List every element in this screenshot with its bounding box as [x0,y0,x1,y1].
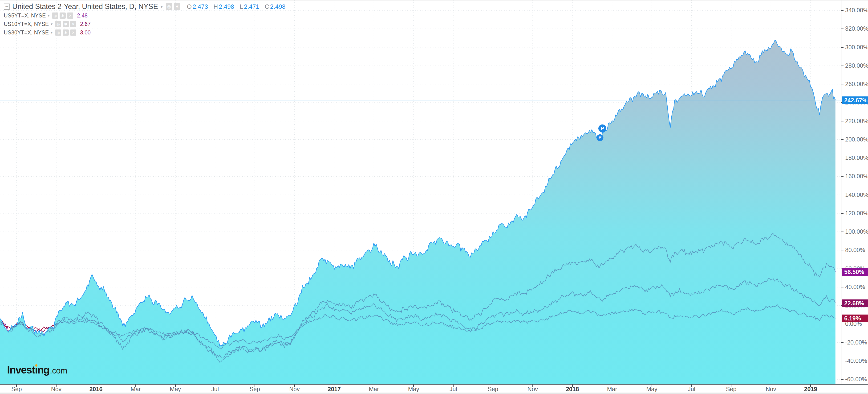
legend-main-row: − United States 2-Year, United States, D… [4,2,285,11]
price-chart-pane[interactable]: PP [0,0,841,384]
price-axis-label: -20.00% [845,339,867,346]
price-axis-tick [841,342,843,343]
price-axis-label: 320.00% [845,25,868,32]
overlay-last-value: 2.48 [77,12,88,19]
chevron-down-icon[interactable]: ▼ [50,31,53,34]
hide-series-button[interactable]: ◎ [166,3,173,10]
gear-icon: ✱ [61,13,64,18]
gear-icon: ✱ [64,30,67,35]
logo-suffix: .com [50,366,67,375]
eye-icon: ◎ [57,22,60,26]
chevron-down-icon[interactable]: ▼ [47,14,50,18]
price-axis-label: -60.00% [845,376,867,383]
publication-marker[interactable]: P [596,134,603,141]
time-axis-label: May [638,386,666,393]
low-label: L [240,3,243,10]
time-axis-label: Nov [757,386,785,393]
price-axis-label: 120.00% [845,210,868,217]
price-axis-tick [841,379,843,379]
low-value: 2.471 [244,3,259,10]
price-axis-tick [841,158,843,158]
hide-series-button[interactable]: ◎ [55,21,61,27]
time-axis-label: 2018 [558,386,587,393]
eye-icon: ◎ [57,30,60,35]
eye-icon: ◎ [54,13,57,18]
price-label-badge: 56.50% [842,268,868,276]
time-axis-label: Nov [42,386,70,393]
price-axis-tick [841,287,843,287]
price-axis-label: 280.00% [845,62,868,69]
close-label: C [265,3,269,10]
close-value: 2.498 [270,3,285,10]
open-label: O [187,3,192,10]
svg-text:P: P [600,125,604,131]
price-axis-label: 80.00% [845,247,865,253]
overlay-symbol-label[interactable]: US5YT=X, NYSE [4,12,46,19]
price-label-badge: 6.19% [842,314,868,322]
time-axis-label: Nov [280,386,309,393]
price-axis-tick [841,10,843,10]
price-axis-tick [841,213,843,214]
price-axis[interactable]: 340.00%320.00%300.00%280.00%260.00%240.0… [841,0,868,384]
remove-series-button[interactable]: ✕ [67,12,73,19]
legend-overlay-row-us10yt: US10YT=X, NYSE▼◎✱✕2.67 [4,20,285,28]
price-axis-tick [841,176,843,177]
gear-icon: ✱ [175,4,179,9]
chart-application: PP − United States 2-Year, United States… [0,0,868,394]
remove-series-button[interactable]: ✕ [70,29,76,36]
svg-text:P: P [598,135,601,140]
price-axis-label: 40.00% [845,284,865,290]
legend: − United States 2-Year, United States, D… [4,2,285,37]
logo-text: Investıng [7,364,50,376]
price-axis-label: 160.00% [845,173,868,180]
publication-marker[interactable]: P [598,124,607,133]
time-axis-label: May [399,386,428,393]
investing-com-logo[interactable]: Investıng .com [7,364,67,376]
price-axis-tick [841,250,843,250]
chart-title[interactable]: United States 2-Year, United States, D, … [12,2,158,11]
legend-overlay-row-us30yt: US30YT=X, NYSE▼◎✱✕3.00 [4,28,285,37]
price-axis-tick [841,65,843,66]
price-axis-tick [841,139,843,140]
price-axis-label: 100.00% [845,228,868,235]
chevron-down-icon[interactable]: ▼ [160,5,163,9]
hide-series-button[interactable]: ◎ [52,12,58,19]
overlay-last-value: 3.00 [80,29,91,36]
time-axis-label: May [161,386,190,393]
high-value: 2.498 [219,3,234,10]
time-axis-label: Mar [360,386,388,393]
time-axis-label: Mar [122,386,150,393]
time-axis-label: Jul [678,386,706,393]
hide-series-button[interactable]: ◎ [55,29,61,36]
price-axis-label: 220.00% [845,118,868,124]
chevron-down-icon[interactable]: ▼ [50,22,53,26]
time-axis-label: 2017 [320,386,348,393]
close-icon: ✕ [69,13,72,18]
high-label: H [213,3,218,10]
series-settings-button[interactable]: ✱ [63,29,69,36]
time-axis-label: Sep [2,386,31,393]
legend-overlay-rows: US5YT=X, NYSE▼◎✱✕2.48US10YT=X, NYSE▼◎✱✕2… [4,11,285,37]
price-axis-tick [841,361,843,361]
ohlc-values: O2.473 H2.498 L2.471 C2.498 [185,3,285,10]
series-settings-button[interactable]: ✱ [60,12,66,19]
time-axis-label: Nov [519,386,547,393]
main-area-fill [0,40,836,384]
eye-icon: ◎ [167,4,171,9]
time-axis-label: 2016 [82,386,110,393]
price-axis-tick [841,324,843,324]
time-axis-label: Sep [717,386,745,393]
remove-series-button[interactable]: ✕ [70,21,76,27]
legend-overlay-row-us5yt: US5YT=X, NYSE▼◎✱✕2.48 [4,11,285,20]
price-label-badge: 22.68% [842,300,868,307]
overlay-symbol-label[interactable]: US10YT=X, NYSE [4,21,49,27]
time-axis-label: Jul [439,386,467,393]
close-icon: ✕ [71,22,75,26]
price-axis-tick [841,29,843,29]
series-settings-button[interactable]: ✱ [63,21,69,27]
overlay-symbol-label[interactable]: US30YT=X, NYSE [4,29,49,36]
price-label-badge: 242.67% [842,96,868,104]
series-settings-button[interactable]: ✱ [174,3,180,10]
collapse-legend-icon[interactable]: − [4,3,10,10]
time-axis[interactable]: SepNov2016MarMayJulSepNov2017MarMayJulSe… [0,384,868,393]
